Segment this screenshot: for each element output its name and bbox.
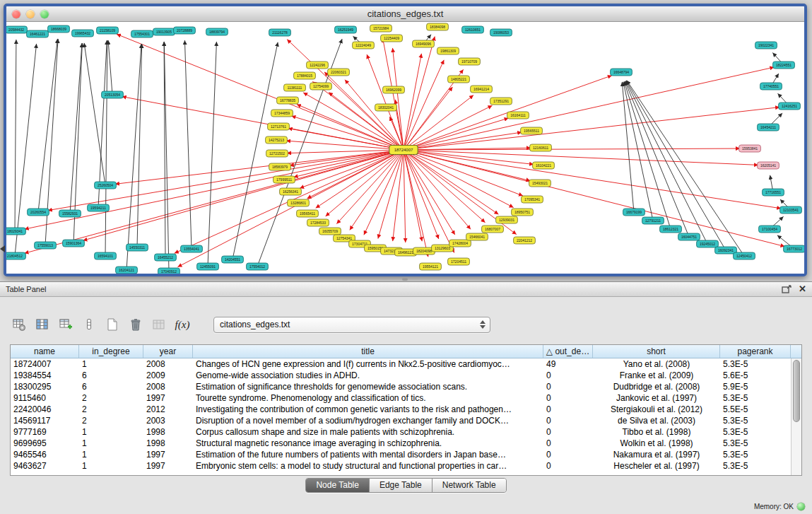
table-row[interactable]: 977716911998Corpus callosum shape and si… [11, 426, 791, 438]
graph-node[interactable]: 16055709 [319, 228, 341, 235]
minimize-window-icon[interactable] [26, 10, 35, 18]
graph-node[interactable]: 16044751 [678, 233, 700, 240]
column-header-year[interactable]: year [143, 345, 193, 358]
graph-node[interactable]: 16778835 [277, 97, 299, 104]
graph-node[interactable]: 17344859 [271, 110, 293, 117]
graph-node[interactable]: 17999511 [273, 176, 295, 183]
graph-node[interactable]: 16205141 [758, 162, 779, 169]
column-header-short[interactable]: short [593, 345, 720, 358]
graph-node[interactable]: 17351291 [490, 98, 512, 105]
graph-node[interactable]: 15466041 [466, 233, 488, 240]
graph-node[interactable]: 20728889 [174, 27, 196, 34]
graph-node[interactable]: 12242296 [307, 62, 329, 69]
table-selector-dropdown[interactable]: citations_edges.txt [213, 317, 490, 333]
graph-node[interactable]: 12224049 [353, 42, 375, 49]
graph-node[interactable]: 16648794 [611, 69, 632, 76]
graph-node[interactable]: 19013905 [153, 28, 175, 35]
graph-node[interactable]: 17740551 [760, 83, 782, 90]
float-panel-icon[interactable] [782, 285, 792, 293]
graph-node[interactable]: 13286801 [288, 199, 310, 206]
graph-node-hub[interactable]: 18724007 [389, 146, 418, 155]
graph-node[interactable]: 15721984 [370, 25, 392, 32]
graph-node[interactable]: 19245012 [697, 240, 719, 247]
window-titlebar[interactable]: citations_edges.txt [6, 6, 804, 22]
graph-node[interactable]: 25260504 [95, 182, 117, 189]
graph-node[interactable]: 19565411 [297, 210, 319, 217]
graph-node[interactable]: 20260554 [28, 209, 49, 216]
column-header-pagerank[interactable]: pagerank [720, 345, 791, 358]
graph-node[interactable]: 21158109 [97, 27, 119, 34]
graph-node[interactable]: 15953841 [739, 145, 761, 152]
table-mode-icon[interactable] [11, 317, 27, 332]
graph-node[interactable]: 16962099 [383, 86, 405, 93]
graph-node[interactable]: 19554121 [420, 263, 442, 270]
graph-node[interactable]: 17554301 [131, 30, 153, 37]
splitter-collapse-icon[interactable] [0, 245, 5, 252]
table-row[interactable]: 1456911722003Disruption of a novel membe… [11, 415, 791, 426]
graph-node[interactable]: 17204511 [448, 258, 470, 265]
vertical-scrollbar[interactable] [791, 358, 801, 475]
table-row[interactable]: 1872400712008Changes of HCN gene express… [11, 358, 791, 370]
graph-node[interactable]: 16164111 [507, 112, 529, 119]
graph-node[interactable]: 12610651 [462, 26, 484, 33]
graph-node[interactable]: 16454211 [758, 124, 779, 131]
graph-node[interactable]: 12939031 [496, 216, 518, 223]
graph-node[interactable]: 21804512 [6, 252, 25, 259]
tab-node-table[interactable]: Node Table [306, 479, 369, 492]
graph-node[interactable]: 12416251 [779, 103, 801, 110]
network-window[interactable]: citations_edges.txt 20584432164612211866… [4, 4, 807, 276]
graph-node[interactable]: 16941214 [471, 86, 493, 93]
graph-node[interactable]: 17040912 [158, 268, 180, 274]
column-header-name[interactable]: name [11, 345, 79, 358]
graph-node[interactable]: 17428004 [449, 240, 471, 247]
graph-node[interactable]: 16251949 [335, 26, 357, 33]
graph-node[interactable]: 12791211 [642, 217, 664, 224]
tab-edge-table[interactable]: Edge Table [369, 479, 432, 492]
delete-icon[interactable] [128, 317, 143, 332]
graph-node[interactable]: 16594101 [95, 252, 117, 259]
graph-node[interactable]: 16092341 [715, 247, 737, 254]
graph-node[interactable]: 17095341 [522, 196, 543, 203]
network-graph[interactable]: 2058443216461221186680391996543221158109… [6, 23, 804, 274]
row-tools-icon[interactable] [81, 317, 97, 332]
graph-node[interactable]: 18839794 [206, 28, 228, 35]
graph-node[interactable]: 18224551 [773, 62, 795, 69]
graph-node[interactable]: 11381111 [284, 84, 306, 91]
graph-node[interactable]: 13554041 [181, 245, 203, 252]
graph-node[interactable]: 12160611 [530, 144, 552, 151]
graph-node[interactable]: 19594211 [88, 204, 110, 211]
graph-node[interactable]: 14204551 [222, 256, 244, 263]
tab-network-table[interactable]: Network Table [432, 479, 506, 492]
graph-node[interactable]: 18302041 [375, 104, 397, 111]
graph-node[interactable]: 16455212 [155, 254, 177, 261]
table-row[interactable]: 911546021997Tourette syndrome. Phenomeno… [11, 392, 791, 404]
close-window-icon[interactable] [12, 10, 20, 18]
table-row[interactable]: 969969511998Structural magnetic resonanc… [11, 438, 791, 449]
graph-node[interactable]: 17559013 [35, 242, 57, 249]
graph-node[interactable]: 18612321 [660, 226, 682, 233]
maximize-window-icon[interactable] [40, 10, 49, 18]
graph-node[interactable]: 18583979 [269, 163, 291, 170]
table-row[interactable]: 2242004622012Investigating the contribut… [11, 404, 791, 415]
graph-node[interactable]: 17100454 [759, 226, 781, 233]
graph-node[interactable]: 19965432 [72, 30, 94, 37]
scrollbar-thumb[interactable] [793, 360, 800, 422]
graph-node[interactable]: 20584432 [6, 26, 27, 33]
graph-node[interactable]: 20513054 [102, 91, 124, 98]
new-file-icon[interactable] [105, 317, 120, 332]
splitter-grip[interactable] [402, 278, 408, 281]
graph-node[interactable]: 16204121 [116, 267, 138, 274]
graph-node[interactable]: 15901364 [63, 240, 85, 247]
column-header-out_degree[interactable]: △ out_de… [543, 345, 593, 358]
graph-node[interactable]: 12721502 [266, 150, 288, 157]
graph-node[interactable]: 18384098 [427, 23, 449, 30]
graph-node[interactable]: 17554012 [247, 263, 269, 270]
graph-node[interactable]: 19565511 [521, 127, 543, 134]
graph-node[interactable]: 19022341 [755, 42, 777, 49]
graph-node[interactable]: 16679199 [623, 209, 645, 216]
graph-node[interactable]: 12754099 [310, 83, 332, 90]
graph-node[interactable]: 16949096 [413, 40, 435, 47]
graph-node[interactable]: 14805221 [448, 76, 470, 83]
graph-node[interactable]: 12254409 [381, 35, 403, 42]
graph-node[interactable]: 16461221 [27, 30, 49, 37]
